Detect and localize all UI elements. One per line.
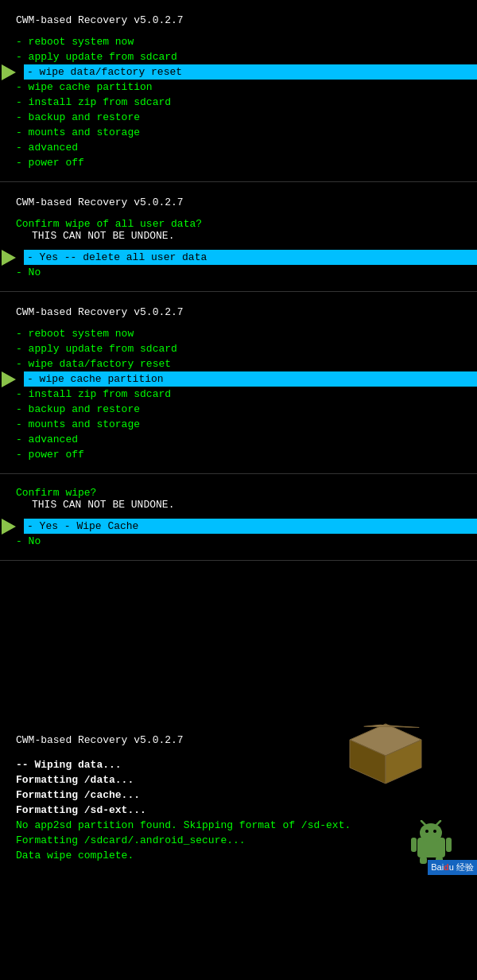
confirm-line1: Confirm wipe of all user data? xyxy=(16,218,202,230)
svg-line-8 xyxy=(421,821,425,825)
menu-item-mounts[interactable]: - mounts and storage xyxy=(0,125,477,140)
s4-menu-item-no[interactable]: - No xyxy=(0,534,477,549)
menu-item-wipe-data[interactable]: - wipe data/factory reset xyxy=(24,64,477,80)
item-label: - reboot system now xyxy=(16,328,134,340)
s3-menu-item-install-zip[interactable]: - install zip from sdcard xyxy=(0,387,477,402)
confirm-line2: THIS CAN NOT BE UNDONE. xyxy=(16,499,461,511)
item-label: - advanced xyxy=(16,142,78,154)
s3-menu-item-mounts[interactable]: - mounts and storage xyxy=(0,417,477,432)
watermark: Baidu 经验 xyxy=(428,860,477,875)
svg-point-5 xyxy=(420,823,442,842)
arrow-icon xyxy=(2,371,16,387)
menu-item-wipe-cache[interactable]: - wipe cache partition xyxy=(0,80,477,95)
section3-menu: - reboot system now - apply update from … xyxy=(0,323,477,465)
section4: Confirm wipe? THIS CAN NOT BE UNDONE. - … xyxy=(0,474,477,561)
selected-row-yes-wipe-cache[interactable]: - Yes - Wipe Cache xyxy=(0,519,477,534)
selected-row-wipe-data[interactable]: - wipe data/factory reset xyxy=(0,64,477,80)
selected-row-yes-delete[interactable]: - Yes -- delete all user data xyxy=(0,250,477,265)
log-line-6: Formatting /sdcard/.android_secure... xyxy=(0,833,477,848)
item-label: - apply update from sdcard xyxy=(16,343,177,355)
item-label: - install zip from sdcard xyxy=(16,388,171,400)
item-label: - power off xyxy=(16,157,84,169)
item-label: - apply update from sdcard xyxy=(16,51,177,63)
section4-menu: - Yes - Wipe Cache - No xyxy=(0,515,477,552)
item-label: - power off xyxy=(16,449,84,461)
s3-menu-item-poweroff[interactable]: - power off xyxy=(0,447,477,462)
s3-menu-item-backup[interactable]: - backup and restore xyxy=(0,402,477,417)
watermark-text: Baidu 经验 xyxy=(431,862,474,872)
log-line-7: Data wipe complete. xyxy=(0,848,477,863)
svg-rect-10 xyxy=(411,838,417,852)
arrow-icon xyxy=(2,64,16,80)
confirm-line1: Confirm wipe? xyxy=(16,487,96,499)
menu-item-yes-delete[interactable]: - Yes -- delete all user data xyxy=(24,250,477,265)
selected-row-wipe-cache[interactable]: - wipe cache partition xyxy=(0,371,477,387)
section1: CWM-based Recovery v5.0.2.7 - reboot sys… xyxy=(0,0,477,182)
menu-item-backup[interactable]: - backup and restore xyxy=(0,110,477,125)
item-label: - backup and restore xyxy=(16,403,140,415)
section2-title: CWM-based Recovery v5.0.2.7 xyxy=(0,190,477,213)
menu-item-advanced[interactable]: - advanced xyxy=(0,140,477,155)
item-label: - Yes -- delete all user data xyxy=(27,251,207,263)
item-label: - backup and restore xyxy=(16,111,140,123)
item-label: - install zip from sdcard xyxy=(16,96,171,108)
menu-item-apply[interactable]: - apply update from sdcard xyxy=(0,49,477,64)
item-label: - Yes - Wipe Cache xyxy=(27,520,138,532)
svg-point-7 xyxy=(433,830,436,833)
menu-item-install-zip[interactable]: - install zip from sdcard xyxy=(0,95,477,110)
box-decoration xyxy=(342,720,429,795)
svg-point-6 xyxy=(425,830,429,833)
item-label: - advanced xyxy=(16,434,78,445)
item-label: - wipe cache partition xyxy=(16,81,153,93)
item-label: - No xyxy=(16,535,41,547)
section2: CWM-based Recovery v5.0.2.7 Confirm wipe… xyxy=(0,182,477,292)
menu-item-reboot[interactable]: - reboot system now xyxy=(0,34,477,49)
item-label: - No xyxy=(16,266,41,278)
s3-menu-item-apply[interactable]: - apply update from sdcard xyxy=(0,341,477,356)
log-line-4: Formatting /sd-ext... xyxy=(0,803,477,818)
s3-menu-item-wipe-cache[interactable]: - wipe cache partition xyxy=(24,371,477,387)
confirm-wipe-cache-text: Confirm wipe? THIS CAN NOT BE UNDONE. xyxy=(0,482,477,515)
confirm-wipe-text: Confirm wipe of all user data? THIS CAN … xyxy=(0,213,477,247)
s3-menu-item-advanced[interactable]: - advanced xyxy=(0,432,477,447)
svg-rect-12 xyxy=(420,857,427,864)
section1-title: CWM-based Recovery v5.0.2.7 xyxy=(0,8,477,31)
s3-menu-item-wipe-data[interactable]: - wipe data/factory reset xyxy=(0,356,477,371)
s3-menu-item-reboot[interactable]: - reboot system now xyxy=(0,326,477,341)
black-area xyxy=(0,561,477,720)
svg-line-9 xyxy=(436,821,440,825)
section3-title: CWM-based Recovery v5.0.2.7 xyxy=(0,300,477,323)
section2-menu: - Yes -- delete all user data - No xyxy=(0,247,477,283)
menu-item-yes-wipe-cache[interactable]: - Yes - Wipe Cache xyxy=(24,519,477,534)
section1-menu: - reboot system now - apply update from … xyxy=(0,31,477,173)
menu-item-no[interactable]: - No xyxy=(0,265,477,280)
item-label: - reboot system now xyxy=(16,36,134,48)
log-section: CWM-based Recovery v5.0.2.7 -- Wiping da… xyxy=(0,720,477,879)
item-label: - wipe data/factory reset xyxy=(27,66,182,78)
arrow-icon xyxy=(2,519,16,535)
confirm-line2: THIS CAN NOT BE UNDONE. xyxy=(16,230,461,242)
item-label: - mounts and storage xyxy=(16,126,140,138)
log-line-5: No app2sd partition found. Skipping form… xyxy=(0,818,477,833)
item-label: - wipe cache partition xyxy=(27,373,164,385)
section3: CWM-based Recovery v5.0.2.7 - reboot sys… xyxy=(0,292,477,474)
item-label: - mounts and storage xyxy=(16,418,140,430)
menu-item-poweroff[interactable]: - power off xyxy=(0,155,477,170)
item-label: - wipe data/factory reset xyxy=(16,358,171,370)
svg-rect-11 xyxy=(446,838,452,852)
arrow-icon xyxy=(2,250,16,266)
